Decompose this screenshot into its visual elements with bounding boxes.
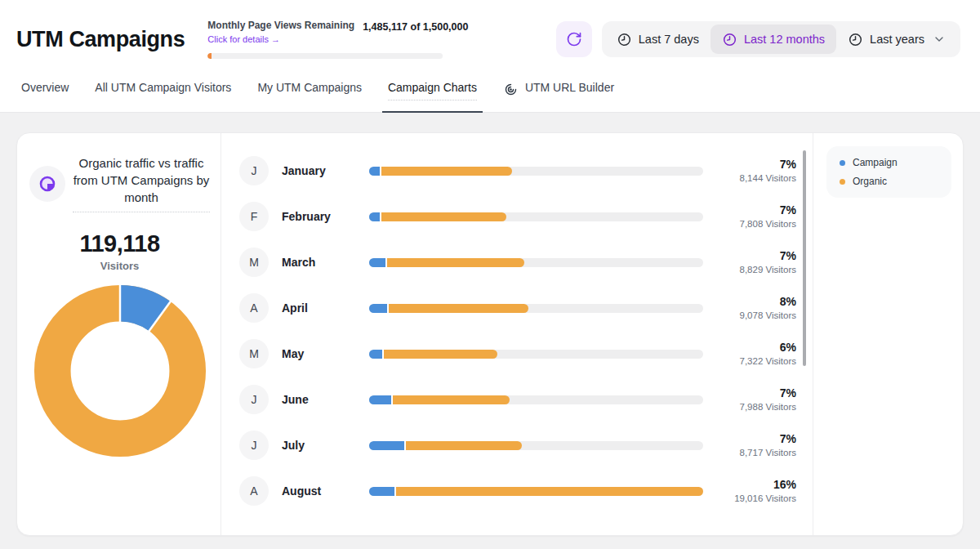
month-avatar-letter: J — [252, 439, 257, 452]
month-label: January — [282, 164, 369, 177]
bar-organic-segment — [391, 395, 509, 404]
bar-campaign-segment — [369, 395, 391, 404]
page-views-usage: 1,485,117 of 1,500,000 — [363, 21, 468, 33]
share-percent: 6% — [715, 341, 796, 355]
visitors-count: 19,016 Visitors — [715, 493, 796, 505]
bar-track — [369, 487, 703, 496]
spiral-icon — [503, 82, 519, 97]
month-avatar-letter: J — [252, 393, 257, 406]
visitors-count: 7,988 Visitors — [715, 401, 796, 413]
legend-label: Campaign — [853, 157, 898, 168]
tab-my-utm-campaigns[interactable]: My UTM Campaigns — [257, 78, 362, 112]
month-label: May — [282, 347, 369, 360]
tab-label: Overview — [21, 81, 69, 100]
bar-organic-segment — [404, 441, 522, 450]
share-percent: 16% — [715, 478, 796, 492]
month-avatar-letter: F — [251, 210, 258, 223]
bar-track — [369, 304, 703, 313]
vertical-scrollbar[interactable] — [803, 150, 806, 366]
month-label: April — [282, 301, 369, 315]
month-avatar: A — [239, 293, 269, 323]
month-avatar: A — [239, 476, 269, 506]
tab-label: UTM URL Builder — [525, 81, 614, 100]
legend-card: Campaign Organic — [826, 146, 951, 198]
legend-label: Organic — [853, 176, 887, 187]
bar-track — [369, 212, 703, 221]
month-avatar-letter: M — [249, 256, 259, 269]
page-views-quota: Monthly Page Views Remaining Click for d… — [207, 20, 443, 59]
time-filter-last-12-months[interactable]: Last 12 months — [710, 25, 836, 54]
donut-chart-title[interactable]: Organic traffic vs traffic from UTM Camp… — [73, 154, 210, 212]
bar-organic-segment — [385, 258, 524, 267]
share-percent: 7% — [715, 158, 796, 172]
share-percent: 7% — [715, 203, 796, 217]
legend-section: Campaign Organic — [813, 133, 963, 535]
visitors-count: 8,144 Visitors — [715, 172, 796, 185]
share-percent: 8% — [715, 295, 796, 309]
chart-icon-circle — [29, 166, 65, 202]
bar-organic-segment — [380, 212, 506, 221]
tab-utm-url-builder[interactable]: UTM URL Builder — [503, 78, 614, 112]
bar-row: J July 7% 8,717 Visitors — [239, 422, 796, 468]
refresh-icon — [566, 31, 582, 47]
page-views-label: Monthly Page Views Remaining — [207, 20, 354, 31]
bar-campaign-segment — [369, 304, 387, 313]
legend-dot — [840, 160, 845, 166]
legend-dot — [840, 179, 845, 185]
time-filter-last-years-dropdown[interactable]: Last years — [836, 25, 957, 54]
bar-organic-segment — [380, 167, 512, 176]
bar-organic-segment — [394, 487, 703, 496]
month-avatar-letter: J — [252, 164, 257, 177]
bar-campaign-segment — [369, 167, 380, 176]
share-percent: 7% — [715, 432, 796, 446]
legend-item[interactable]: Campaign — [840, 157, 938, 168]
total-visitors-value: 119,118 — [29, 230, 210, 257]
visitors-count: 8,717 Visitors — [715, 447, 796, 459]
month-label: June — [282, 393, 369, 406]
clock-icon — [722, 32, 737, 47]
time-filter-last-7-days[interactable]: Last 7 days — [605, 25, 710, 54]
tab-campaign-charts[interactable]: Campaign Charts — [388, 78, 477, 112]
donut-organic-arc — [52, 303, 187, 438]
bar-campaign-segment — [369, 487, 394, 496]
clock-icon — [848, 32, 863, 47]
bar-track — [369, 395, 703, 404]
tab-overview[interactable]: Overview — [21, 78, 69, 112]
month-avatar: F — [239, 202, 269, 231]
bar-row: A August 16% 19,016 Visitors — [239, 468, 796, 514]
bar-row: J June 7% 7,988 Visitors — [239, 377, 796, 422]
clock-icon — [617, 32, 632, 47]
month-label: March — [282, 256, 369, 269]
legend-item[interactable]: Organic — [840, 176, 938, 187]
click-for-details-link[interactable]: Click for details → — [207, 34, 280, 44]
bar-organic-segment — [387, 304, 528, 313]
bar-campaign-segment — [369, 258, 385, 267]
visitors-count: 9,078 Visitors — [715, 310, 796, 322]
time-filter-label: Last 7 days — [639, 33, 699, 46]
refresh-button[interactable] — [556, 21, 592, 57]
page-views-progress-fill — [207, 53, 212, 59]
month-avatar-letter: A — [250, 484, 257, 498]
tab-all-utm-campaign-visitors[interactable]: All UTM Campaign Visitors — [95, 78, 231, 112]
bar-track — [369, 167, 703, 176]
tab-label: My UTM Campaigns — [257, 81, 362, 100]
bar-row: M May 6% 7,322 Visitors — [239, 331, 796, 377]
month-avatar: J — [239, 431, 269, 460]
bar-organic-segment — [382, 350, 498, 359]
tab-label: Campaign Charts — [388, 81, 477, 100]
bar-campaign-segment — [369, 350, 382, 359]
share-percent: 7% — [715, 386, 796, 400]
bar-campaign-segment — [369, 441, 404, 450]
month-avatar-letter: A — [250, 301, 257, 315]
chevron-down-icon — [933, 33, 946, 46]
campaign-charts-panel: Organic traffic vs traffic from UTM Camp… — [16, 132, 964, 536]
visitors-count: 8,829 Visitors — [715, 264, 796, 276]
page-views-progress-track — [207, 53, 443, 59]
month-avatar: M — [239, 339, 269, 368]
bar-campaign-segment — [369, 212, 380, 221]
month-avatar: J — [239, 156, 269, 185]
bar-row: A April 8% 9,078 Visitors — [239, 285, 796, 331]
month-avatar: J — [239, 385, 269, 414]
bar-rows: J January 7% 8,144 Visitors F February 7… — [239, 148, 796, 514]
header-top: UTM Campaigns Monthly Page Views Remaini… — [0, 0, 980, 78]
